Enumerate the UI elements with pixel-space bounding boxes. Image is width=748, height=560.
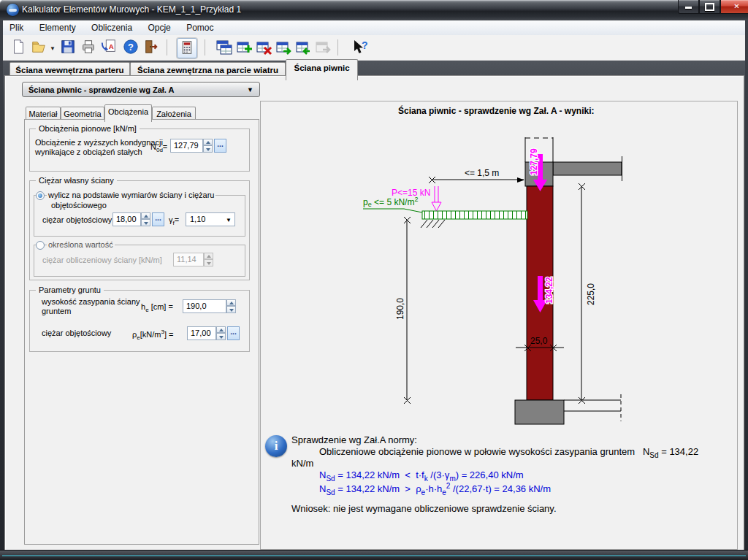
print-button[interactable] — [79, 38, 98, 57]
loads-label-line2: wynikające z obciążeń stałych — [35, 147, 142, 156]
soil-group-title: Parametry gruntu — [36, 285, 104, 294]
rho-symbol: ρe[kN/m3] = — [132, 329, 173, 341]
svg-text:A: A — [109, 43, 114, 50]
wall-weight-group-title: Ciężar własny ściany — [36, 176, 117, 185]
mid-load-arrow-shaft — [538, 276, 543, 301]
menu-item-pomoc[interactable]: Pomoc — [180, 20, 220, 35]
tab-sciana-piwnic[interactable]: Ściana piwnic — [286, 59, 358, 80]
he-symbol: he [cm] = — [141, 302, 173, 313]
minimize-button[interactable] — [678, 0, 699, 14]
prev-element-button[interactable] — [294, 38, 313, 57]
context-help-button[interactable]: ? — [351, 38, 370, 57]
floor-slab — [553, 162, 622, 175]
next-element-button[interactable] — [274, 38, 293, 57]
delete-element-button[interactable] — [254, 38, 273, 57]
chevron-down-icon: ▼ — [247, 83, 253, 97]
ground-hatch — [421, 220, 445, 228]
help-button[interactable]: ? — [121, 38, 140, 57]
gamma-value: 1,10 — [190, 215, 205, 223]
new-file-icon — [10, 39, 26, 55]
density-input[interactable]: 18,00 — [112, 212, 141, 226]
move-element-icon — [314, 39, 332, 56]
fixed-weight-label: ciężar obliczeniowy ściany [kN/m] — [42, 256, 162, 264]
fixed-weight-spinner — [204, 253, 213, 266]
exit-button[interactable] — [142, 38, 161, 57]
arrow-up-icon — [219, 329, 224, 331]
rho-more-button[interactable]: ... — [227, 326, 240, 340]
radio-calc-label-line2: objętościowego — [51, 201, 107, 210]
app-icon — [7, 4, 19, 16]
n0d-more-button[interactable]: ... — [214, 139, 226, 153]
spin-down-button[interactable] — [203, 145, 213, 153]
title-bar: Kalkulator Elementów Murowych - KEM_1_1_… — [0, 0, 748, 20]
point-load-arrowhead — [432, 202, 441, 211]
n0d-symbol: N0d= — [150, 142, 167, 153]
calculator-icon — [180, 39, 194, 55]
arrow-up-icon — [206, 141, 210, 144]
window-frame-right — [745, 20, 748, 551]
close-icon: ✕ — [733, 2, 739, 10]
spin-up-button[interactable] — [216, 326, 226, 333]
radio-fixed-weight[interactable] — [36, 241, 45, 250]
n0d-input[interactable]: 127,79 — [170, 139, 203, 153]
menu-item-plik[interactable]: Plik — [3, 20, 30, 35]
help-icon: ? — [123, 39, 139, 55]
subtab-obciazenia[interactable]: Obciążenia — [104, 104, 152, 122]
radio-calc-weight[interactable] — [36, 191, 45, 200]
results-line1: Obliczeniowe obciążenie pionowe w połowi… — [319, 446, 698, 459]
report-button[interactable]: A — [99, 38, 118, 57]
window-frame-left — [0, 20, 3, 551]
surcharge-leader-line — [363, 209, 422, 212]
spin-down-button[interactable] — [141, 219, 150, 226]
offset-dim-label: <= 1,5 m — [465, 168, 499, 178]
calculator-toggle[interactable] — [177, 38, 197, 58]
move-element-button[interactable] — [313, 38, 332, 57]
menu-item-opcje[interactable]: Opcje — [141, 20, 177, 35]
density-more-button[interactable]: ... — [152, 212, 164, 226]
spin-up-button[interactable] — [226, 299, 236, 306]
results-conclusion: Wniosek: nie jest wymagane obliczeniowe … — [291, 503, 557, 514]
rho-input[interactable]: 17,00 — [187, 326, 216, 340]
info-icon: i — [265, 435, 287, 457]
add-element-icon — [235, 39, 253, 56]
arrow-down-icon — [229, 309, 234, 312]
arrow-down-icon — [219, 336, 224, 339]
variant-combobox[interactable]: Ściana piwnic - sprawdzenie wg Zał. A ▼ — [22, 82, 260, 97]
arrow-down-icon — [206, 148, 210, 151]
arrow-down-icon — [144, 222, 148, 225]
results-line1-cont: kN/m — [291, 458, 313, 469]
menu-item-elementy[interactable]: Elementy — [33, 20, 83, 35]
arrow-up-icon — [229, 302, 234, 304]
backfill-dim-label: 190,0 — [395, 298, 405, 320]
variant-value: Ściana piwnic - sprawdzenie wg Zał. A — [28, 85, 174, 94]
next-element-icon — [275, 39, 292, 56]
density-spinner — [141, 212, 150, 226]
chevron-down-icon: ▼ — [50, 45, 56, 52]
soil-density-label: ciężar objętościowy — [42, 329, 111, 337]
open-folder-icon — [31, 39, 47, 55]
he-input[interactable]: 190,0 — [183, 299, 226, 313]
spin-down-button[interactable] — [226, 306, 236, 313]
svg-text:?: ? — [128, 42, 134, 53]
point-load-label: P<=15 kN — [392, 188, 430, 198]
menu-item-obliczenia[interactable]: Obliczenia — [85, 20, 139, 35]
maximize-icon — [705, 3, 714, 11]
gamma-combobox[interactable]: 1,10 ▼ — [186, 212, 235, 226]
spin-down-button[interactable] — [216, 333, 226, 340]
context-help-icon: ? — [351, 39, 369, 56]
save-button[interactable] — [58, 38, 77, 57]
spin-up-button[interactable] — [141, 212, 150, 219]
close-button[interactable]: ✕ — [720, 0, 748, 14]
new-button[interactable] — [9, 38, 28, 57]
open-dropdown-button[interactable]: ▼ — [45, 38, 54, 57]
radio-calc-label-line1: wylicz na podstawie wymiarów ściany i ci… — [47, 191, 215, 199]
radio-fixed-label: określona wartość — [47, 240, 115, 249]
add-element-button[interactable] — [234, 38, 253, 57]
toolbar-separator — [337, 39, 338, 55]
loads-label-line1: Obciążenie z wyższych kondygnacji — [35, 138, 163, 147]
element-list-icon — [215, 39, 233, 56]
thickness-dim-label: 25,0 — [530, 336, 548, 346]
spin-up-button[interactable] — [203, 139, 213, 145]
maximize-button[interactable] — [699, 0, 720, 14]
element-list-button[interactable] — [215, 38, 234, 57]
